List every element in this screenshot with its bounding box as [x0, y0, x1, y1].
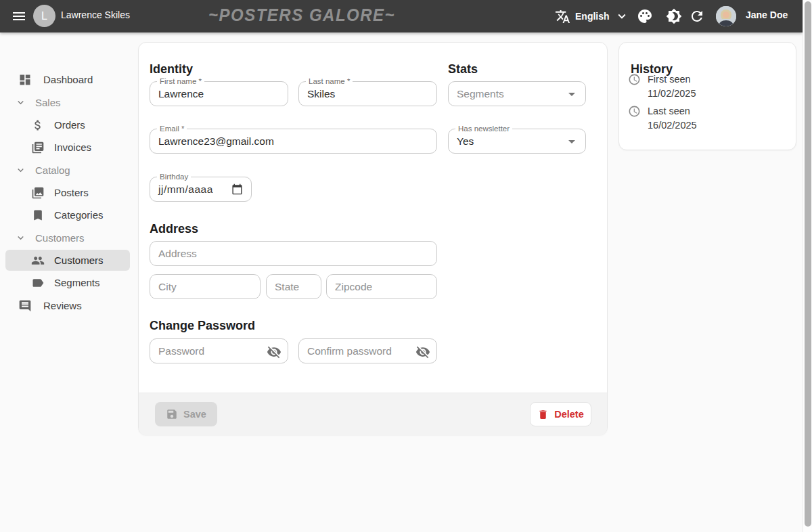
user-name: Jane Doe	[746, 9, 788, 20]
state-field-wrap	[266, 274, 321, 299]
has-newsletter-label: Has newsletter	[455, 125, 512, 133]
sidebar-item-label: Posters	[54, 187, 89, 198]
sidebar-item-label: Invoices	[54, 141, 91, 153]
invoices-icon	[31, 141, 45, 154]
section-title-stats: Stats	[448, 62, 478, 76]
section-title-address: Address	[150, 222, 198, 236]
birthday-label: Birthday	[157, 173, 191, 181]
brightness-icon	[666, 8, 682, 24]
save-button[interactable]: Save	[155, 402, 217, 426]
password-visibility-toggle[interactable]	[266, 344, 282, 360]
chevron-down-icon	[614, 9, 629, 24]
label-icon	[31, 276, 45, 290]
first-name-field-wrap: First name *	[150, 81, 288, 106]
chevron-down-icon	[15, 232, 26, 244]
people-icon	[31, 254, 45, 267]
refresh-icon	[689, 8, 705, 24]
bookmark-icon	[31, 208, 45, 222]
sidebar-item-label: Customers	[54, 254, 104, 266]
address-field-wrap	[150, 241, 437, 266]
sidebar-item-orders[interactable]: Orders	[0, 114, 138, 135]
city-field-wrap	[150, 274, 261, 299]
sidebar-item-customers[interactable]: Customers	[5, 250, 130, 271]
visibility-off-icon	[267, 345, 281, 359]
segments-select[interactable]: Segments	[448, 81, 586, 106]
scrollbar-thumb[interactable]	[805, 1, 811, 527]
sidebar-item-label: Orders	[54, 119, 85, 131]
sidebar-section-sales[interactable]: Sales	[0, 92, 138, 113]
confirm-password-field-wrap	[298, 338, 437, 363]
clock-icon	[628, 105, 641, 118]
sidebar: Dashboard Sales Orders Invoices Catalog …	[0, 32, 138, 532]
sidebar-item-segments[interactable]: Segments	[0, 272, 138, 293]
sidebar-item-dashboard[interactable]: Dashboard	[0, 69, 138, 90]
first-seen-label: First seen	[648, 74, 691, 85]
user-avatar[interactable]	[716, 6, 736, 26]
delete-button-label: Delete	[554, 409, 584, 420]
language-selector[interactable]: English	[552, 3, 632, 30]
dropdown-arrow-icon	[564, 133, 580, 150]
sidebar-item-reviews[interactable]: Reviews	[0, 295, 138, 316]
record-avatar-initial: L	[41, 10, 47, 22]
hamburger-icon	[11, 8, 27, 24]
state-input[interactable]	[267, 275, 321, 298]
zipcode-input[interactable]	[327, 275, 436, 298]
confirm-password-visibility-toggle[interactable]	[415, 344, 431, 360]
sidebar-item-invoices[interactable]: Invoices	[0, 137, 138, 158]
history-card: History First seen 11/02/2025 Last seen …	[618, 42, 796, 150]
section-title-change-password: Change Password	[150, 319, 255, 333]
chevron-down-icon	[15, 97, 26, 108]
email-field-wrap: Email *	[150, 129, 437, 154]
sidebar-section-customers[interactable]: Customers	[0, 227, 138, 248]
sidebar-item-label: Categories	[54, 209, 104, 221]
record-name: Lawrence Skiles	[61, 9, 130, 20]
palette-icon	[637, 8, 653, 24]
birthday-value: jj/mm/aaaa	[158, 183, 213, 196]
city-input[interactable]	[150, 275, 260, 298]
sidebar-section-catalog[interactable]: Catalog	[0, 160, 138, 181]
posters-icon	[31, 186, 45, 200]
birthday-field[interactable]: Birthday jj/mm/aaaa	[150, 177, 252, 202]
record-avatar: L	[33, 5, 55, 27]
has-newsletter-select[interactable]: Has newsletter Yes	[448, 129, 586, 154]
theme-palette-button[interactable]	[631, 3, 658, 30]
dollar-icon	[31, 118, 45, 132]
address-input[interactable]	[150, 242, 436, 265]
chevron-down-icon	[15, 164, 26, 176]
sidebar-item-label: Reviews	[43, 300, 82, 311]
sidebar-section-label: Catalog	[35, 164, 70, 176]
appbar: L Lawrence Skiles ~POSTERS GALORE~ Engli…	[0, 0, 803, 32]
customer-edit-card: Identity Stats First name * Last name * …	[138, 42, 608, 435]
email-input[interactable]	[150, 129, 436, 153]
refresh-button[interactable]	[683, 3, 710, 30]
sidebar-section-label: Sales	[35, 97, 61, 108]
form-toolbar: Save Delete	[139, 393, 607, 435]
calendar-icon[interactable]	[231, 183, 243, 195]
dashboard-icon	[18, 73, 32, 87]
visibility-off-icon	[415, 345, 430, 359]
last-seen-label: Last seen	[648, 106, 690, 116]
email-label: Email *	[157, 125, 187, 133]
save-button-label: Save	[183, 409, 206, 420]
sidebar-item-posters[interactable]: Posters	[0, 182, 138, 203]
save-icon	[166, 408, 178, 420]
hamburger-menu-button[interactable]	[5, 3, 32, 30]
dropdown-arrow-icon	[564, 86, 580, 102]
last-seen-value: 16/02/2025	[648, 120, 697, 131]
zipcode-field-wrap	[326, 274, 437, 299]
first-seen-value: 11/02/2025	[648, 88, 696, 99]
last-name-label: Last name *	[306, 77, 353, 86]
segments-select-value: Segments	[457, 88, 504, 100]
sidebar-item-label: Segments	[54, 277, 100, 288]
translate-icon	[555, 9, 570, 24]
section-title-identity: Identity	[150, 62, 193, 76]
delete-button[interactable]: Delete	[530, 402, 591, 426]
sidebar-item-categories[interactable]: Categories	[0, 204, 138, 225]
trash-icon	[537, 409, 549, 420]
app-logo: ~POSTERS GALORE~	[208, 5, 374, 25]
sidebar-item-label: Dashboard	[43, 74, 93, 85]
comment-icon	[18, 299, 32, 313]
language-label: English	[575, 11, 610, 22]
clock-icon	[628, 73, 641, 86]
sidebar-section-label: Customers	[35, 232, 85, 244]
